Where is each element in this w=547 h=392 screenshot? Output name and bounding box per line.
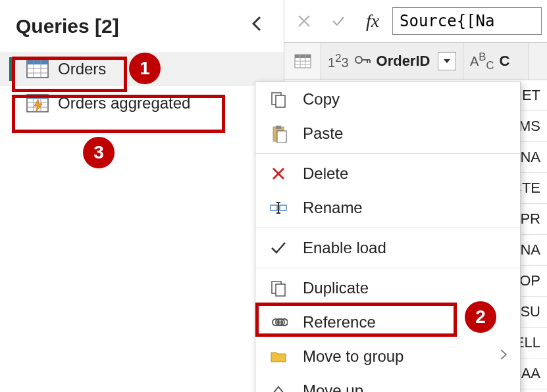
select-all-button[interactable] [284, 43, 321, 80]
menu-item-reference[interactable]: Reference [255, 305, 520, 339]
menu-divider [255, 228, 520, 228]
svg-point-18 [355, 57, 362, 63]
menu-item-delete[interactable]: Delete [255, 157, 520, 191]
column-header-c[interactable]: ABC C [463, 43, 529, 80]
queries-sidebar: Queries [2] Orders [0, 0, 284, 392]
table-icon [26, 60, 49, 78]
menu-divider [255, 268, 520, 268]
menu-item-move-to-group[interactable]: Move to group [255, 339, 520, 374]
query-item-orders-aggregated[interactable]: Orders aggregated [0, 86, 284, 120]
collapse-sidebar-button[interactable] [246, 12, 268, 40]
sidebar-title: Queries [2] [16, 15, 119, 37]
context-menu: CopyPasteDeleteRenameEnable loadDuplicat… [255, 82, 521, 392]
formula-input[interactable] [392, 7, 542, 35]
key-icon [354, 53, 371, 70]
check-icon [267, 238, 290, 258]
number-type-icon: 123 [328, 52, 349, 70]
column-name: OrderID [377, 53, 430, 70]
svg-rect-28 [280, 205, 286, 210]
chevron-right-icon [499, 348, 508, 365]
menu-label: Rename [303, 199, 363, 217]
accept-formula-button[interactable] [324, 7, 353, 36]
query-item-orders[interactable]: Orders [0, 52, 284, 86]
menu-label: Move up [303, 381, 363, 392]
formula-bar: fx [284, 0, 547, 42]
reference-icon [267, 312, 290, 332]
svg-rect-23 [276, 95, 285, 107]
menu-item-rename[interactable]: Rename [255, 191, 520, 225]
paste-icon [267, 124, 290, 143]
menu-item-paste[interactable]: Paste [255, 116, 520, 151]
query-label: Orders aggregated [58, 94, 190, 112]
menu-label: Delete [303, 164, 348, 183]
menu-item-enable-load[interactable]: Enable load [255, 231, 520, 265]
svg-rect-13 [295, 55, 311, 58]
up-icon [267, 381, 290, 392]
selected-accent [9, 57, 13, 81]
sidebar-header: Queries [2] [0, 0, 284, 52]
menu-label: Paste [303, 124, 343, 143]
duplicate-icon [267, 278, 290, 298]
menu-label: Move to group [303, 347, 404, 366]
svg-rect-1 [27, 61, 48, 64]
svg-rect-33 [276, 284, 285, 296]
table-lightning-icon [26, 94, 49, 112]
rename-icon [267, 198, 290, 218]
text-type-icon: ABC [470, 51, 494, 72]
svg-rect-25 [276, 126, 281, 129]
column-headers: 123 OrderID ABC C [284, 42, 547, 80]
cancel-formula-button[interactable] [290, 7, 319, 36]
menu-item-copy[interactable]: Copy [255, 82, 520, 116]
svg-rect-7 [27, 95, 48, 99]
menu-item-move-up[interactable]: Move up [255, 374, 520, 392]
column-filter-dropdown[interactable] [438, 52, 456, 70]
menu-label: Enable load [303, 239, 386, 257]
svg-rect-27 [271, 205, 277, 210]
menu-divider [255, 153, 520, 154]
svg-rect-26 [277, 131, 286, 143]
menu-item-duplicate[interactable]: Duplicate [255, 271, 520, 305]
menu-label: Reference [303, 313, 376, 331]
fx-button[interactable]: fx [358, 7, 387, 36]
delete-icon [267, 164, 290, 184]
query-label: Orders [58, 60, 106, 78]
menu-label: Duplicate [303, 279, 369, 297]
copy-icon [267, 89, 290, 109]
menu-label: Copy [303, 90, 340, 109]
column-name: C [500, 53, 510, 70]
folder-icon [267, 347, 290, 366]
column-header-orderid[interactable]: 123 OrderID [321, 43, 463, 80]
